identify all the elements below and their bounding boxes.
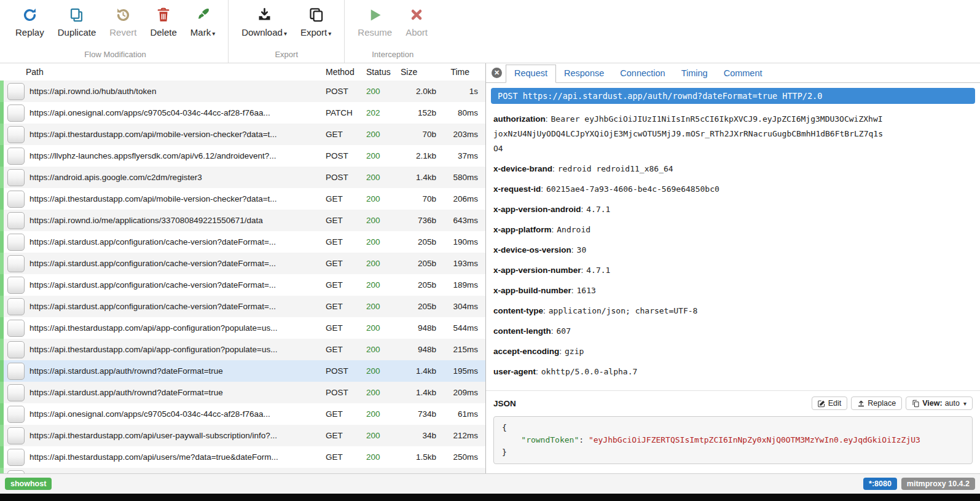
flow-checkbox[interactable]: [7, 406, 25, 423]
flow-size: 205b: [399, 237, 436, 247]
duplicate-button[interactable]: Duplicate: [51, 5, 103, 37]
flow-row[interactable]: https://api.stardust.app/configuration/c…: [0, 296, 485, 317]
header-line[interactable]: x-request-id60215ae4-7a93-4606-be4c-569e…: [493, 181, 884, 196]
header-line[interactable]: user-agentokhttp/5.0.0-alpha.7: [493, 364, 884, 379]
json-open-brace: {: [502, 422, 964, 434]
flow-checkbox[interactable]: [7, 169, 25, 186]
header-line[interactable]: authorizationBearer eyJhbGciOiJIUzI1NiIs…: [493, 111, 884, 156]
flow-path: https://api.rownd.io/me/applications/337…: [29, 216, 326, 225]
flow-row[interactable]: [0, 468, 485, 473]
flow-time: 203ms: [436, 130, 485, 139]
header-line[interactable]: x-device-brandredroid redroid11_x86_64: [493, 161, 884, 176]
export-button[interactable]: Export▾: [294, 5, 338, 37]
flow-size: 2.1kb: [399, 151, 436, 160]
flow-row[interactable]: https://api.thestardustapp.com/api/users…: [0, 446, 485, 468]
flow-method: PATCH: [326, 108, 366, 117]
detail-tab[interactable]: Comment: [716, 65, 770, 82]
replace-button[interactable]: Replace: [851, 396, 902, 410]
json-body-viewer[interactable]: { "rowndToken": "eyJhbGciOiJFZERTQSIsImt…: [493, 416, 973, 464]
flow-row[interactable]: https://api.thestardustapp.com/api/mobil…: [0, 188, 485, 210]
flow-row[interactable]: https://api.thestardustapp.com/api/app-c…: [0, 317, 485, 339]
flow-checkbox[interactable]: [7, 148, 25, 165]
showhost-badge: showhost: [5, 478, 52, 491]
flow-method: POST: [326, 151, 366, 160]
flow-row[interactable]: https://llvphz-launches.appsflyersdk.com…: [0, 145, 485, 167]
flow-time: 61ms: [436, 409, 485, 419]
detail-tab[interactable]: Timing: [673, 65, 716, 82]
delete-button[interactable]: Delete: [143, 5, 183, 37]
header-line[interactable]: x-app-platformAndroid: [493, 222, 884, 237]
flow-checkbox[interactable]: [7, 320, 25, 337]
flow-checkbox[interactable]: [7, 126, 25, 143]
column-header-status[interactable]: Status: [366, 67, 399, 77]
flow-list: Path Method Status Size Time https://api…: [0, 63, 485, 473]
column-header-time[interactable]: Time: [436, 67, 485, 77]
resume-button[interactable]: Resume: [351, 5, 399, 37]
flow-checkbox[interactable]: [7, 83, 25, 100]
flow-marker-stripe: [0, 102, 4, 124]
close-icon[interactable]: ✕: [492, 68, 502, 78]
column-header-path[interactable]: Path: [0, 67, 326, 77]
header-line[interactable]: x-app-build-number1613: [493, 283, 884, 298]
flow-checkbox[interactable]: [7, 384, 25, 401]
flow-checkbox[interactable]: [7, 105, 25, 122]
flow-status: 200: [366, 431, 399, 440]
header-line[interactable]: content-length607: [493, 323, 884, 338]
flow-checkbox[interactable]: [7, 234, 25, 251]
flow-time: 580ms: [436, 173, 485, 182]
flow-status: 200: [366, 388, 399, 397]
flow-checkbox[interactable]: [7, 427, 25, 444]
resume-play-icon: [367, 5, 383, 25]
flow-row[interactable]: https://android.apis.google.com/c2dm/reg…: [0, 167, 485, 188]
flow-status: 200: [366, 366, 399, 376]
flow-row[interactable]: https://api.stardust.app/configuration/c…: [0, 274, 485, 296]
view-mode-button[interactable]: View: auto ▾: [906, 396, 973, 410]
header-line[interactable]: x-app-version-android4.7.1: [493, 202, 884, 216]
flow-marker-stripe: [0, 317, 4, 339]
flow-checkbox[interactable]: [7, 449, 25, 466]
replay-button[interactable]: Replay: [9, 5, 51, 37]
flow-checkbox[interactable]: [7, 363, 25, 380]
detail-tab[interactable]: Request: [506, 65, 556, 83]
status-bar: showhost *:8080 mitmproxy 10.4.2: [0, 473, 980, 494]
flow-time: 80ms: [436, 108, 485, 117]
detail-tab[interactable]: Response: [556, 65, 612, 82]
column-header-size[interactable]: Size: [399, 67, 436, 77]
column-header-method[interactable]: Method: [326, 67, 366, 77]
header-line[interactable]: x-app-version-number4.7.1: [493, 262, 884, 277]
header-line[interactable]: x-device-os-version30: [493, 242, 884, 257]
edit-button[interactable]: Edit: [812, 396, 848, 410]
header-line[interactable]: content-typeapplication/json; charset=UT…: [493, 303, 884, 318]
flow-row[interactable]: https://api.thestardustapp.com/api/mobil…: [0, 124, 485, 145]
flow-row[interactable]: https://api.onesignal.com/apps/c9705c04-…: [0, 102, 485, 124]
mark-button[interactable]: Mark▾: [184, 5, 222, 37]
json-body-line: "rowndToken": "eyJhbGciOiJFZERTQSIsImtpZ…: [502, 434, 964, 446]
flow-checkbox[interactable]: [7, 212, 25, 229]
flow-row[interactable]: https://api.stardust.app/auth/rownd?date…: [0, 382, 485, 403]
abort-button[interactable]: Abort: [399, 5, 434, 37]
header-line[interactable]: accept-encodinggzip: [493, 344, 884, 358]
flow-checkbox[interactable]: [7, 470, 25, 474]
flow-row[interactable]: https://api.stardust.app/configuration/c…: [0, 231, 485, 253]
flow-row[interactable]: https://api.rownd.io/hub/auth/token POST…: [0, 81, 485, 102]
flow-checkbox[interactable]: [7, 191, 25, 208]
flow-row[interactable]: https://api.thestardustapp.com/api/user-…: [0, 425, 485, 446]
flow-row[interactable]: https://api.rownd.io/me/applications/337…: [0, 210, 485, 231]
flow-row[interactable]: https://api.thestardustapp.com/api/app-c…: [0, 339, 485, 360]
flow-method: POST: [326, 87, 366, 96]
flow-detail-panel: ✕ Request Response Connection Timing Com…: [485, 63, 980, 473]
detail-tab[interactable]: Connection: [612, 65, 673, 82]
request-line[interactable]: POST https://api.stardust.app/auth/rownd…: [491, 88, 975, 104]
flow-checkbox[interactable]: [7, 255, 25, 272]
flow-checkbox[interactable]: [7, 277, 25, 294]
flow-checkbox[interactable]: [7, 341, 25, 358]
revert-button[interactable]: Revert: [103, 5, 143, 37]
flow-row[interactable]: https://api.stardust.app/auth/rownd?date…: [0, 360, 485, 382]
flow-method: GET: [326, 452, 366, 462]
flow-time: 206ms: [436, 194, 485, 203]
download-button[interactable]: Download▾: [235, 5, 294, 37]
flow-size: 70b: [399, 194, 436, 203]
flow-row[interactable]: https://api.stardust.app/configuration/c…: [0, 253, 485, 274]
flow-row[interactable]: https://api.onesignal.com/apps/c9705c04-…: [0, 403, 485, 425]
flow-checkbox[interactable]: [7, 298, 25, 315]
